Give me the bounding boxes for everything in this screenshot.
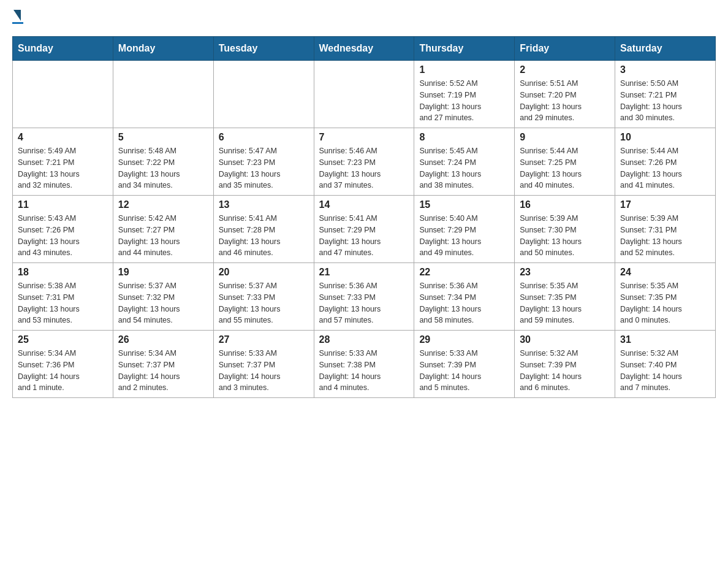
day-info: Sunrise: 5:39 AM Sunset: 7:31 PM Dayligh…	[620, 213, 710, 259]
logo	[12, 12, 23, 24]
day-info: Sunrise: 5:35 AM Sunset: 7:35 PM Dayligh…	[520, 280, 610, 326]
day-info: Sunrise: 5:47 AM Sunset: 7:23 PM Dayligh…	[219, 145, 309, 191]
day-info: Sunrise: 5:35 AM Sunset: 7:35 PM Dayligh…	[620, 280, 710, 326]
day-number: 1	[419, 64, 509, 75]
calendar-cell: 25Sunrise: 5:34 AM Sunset: 7:36 PM Dayli…	[13, 331, 113, 398]
calendar-cell: 8Sunrise: 5:45 AM Sunset: 7:24 PM Daylig…	[414, 128, 515, 196]
day-info: Sunrise: 5:34 AM Sunset: 7:37 PM Dayligh…	[118, 348, 208, 394]
calendar-cell	[113, 61, 213, 128]
day-number: 29	[419, 334, 509, 345]
day-number: 3	[620, 64, 710, 75]
calendar-cell: 1Sunrise: 5:52 AM Sunset: 7:19 PM Daylig…	[414, 61, 515, 128]
calendar-cell: 28Sunrise: 5:33 AM Sunset: 7:38 PM Dayli…	[314, 331, 414, 398]
day-number: 22	[419, 267, 509, 278]
day-info: Sunrise: 5:33 AM Sunset: 7:38 PM Dayligh…	[319, 348, 409, 394]
calendar-cell: 16Sunrise: 5:39 AM Sunset: 7:30 PM Dayli…	[515, 196, 615, 263]
calendar-week-row: 11Sunrise: 5:43 AM Sunset: 7:26 PM Dayli…	[13, 196, 716, 263]
day-info: Sunrise: 5:36 AM Sunset: 7:33 PM Dayligh…	[319, 280, 409, 326]
day-number: 31	[620, 334, 710, 345]
header-tuesday: Tuesday	[213, 37, 314, 61]
calendar-week-row: 25Sunrise: 5:34 AM Sunset: 7:36 PM Dayli…	[13, 331, 716, 398]
calendar-cell: 14Sunrise: 5:41 AM Sunset: 7:29 PM Dayli…	[314, 196, 414, 263]
calendar-cell: 31Sunrise: 5:32 AM Sunset: 7:40 PM Dayli…	[615, 331, 716, 398]
day-number: 6	[219, 132, 309, 143]
calendar-cell: 24Sunrise: 5:35 AM Sunset: 7:35 PM Dayli…	[615, 263, 716, 331]
day-info: Sunrise: 5:49 AM Sunset: 7:21 PM Dayligh…	[18, 145, 108, 191]
calendar-cell: 17Sunrise: 5:39 AM Sunset: 7:31 PM Dayli…	[615, 196, 716, 263]
header-saturday: Saturday	[615, 37, 716, 61]
day-info: Sunrise: 5:39 AM Sunset: 7:30 PM Dayligh…	[520, 213, 610, 259]
header-monday: Monday	[113, 37, 213, 61]
day-info: Sunrise: 5:42 AM Sunset: 7:27 PM Dayligh…	[118, 213, 208, 259]
header-wednesday: Wednesday	[314, 37, 414, 61]
day-number: 30	[520, 334, 610, 345]
day-number: 9	[520, 132, 610, 143]
calendar-week-row: 4Sunrise: 5:49 AM Sunset: 7:21 PM Daylig…	[13, 128, 716, 196]
day-number: 12	[118, 199, 208, 210]
page-header	[12, 12, 716, 24]
calendar-cell: 7Sunrise: 5:46 AM Sunset: 7:23 PM Daylig…	[314, 128, 414, 196]
header-friday: Friday	[515, 37, 615, 61]
day-number: 23	[520, 267, 610, 278]
day-number: 13	[219, 199, 309, 210]
calendar-header-row: Sunday Monday Tuesday Wednesday Thursday…	[13, 37, 716, 61]
calendar-table: Sunday Monday Tuesday Wednesday Thursday…	[12, 36, 716, 398]
calendar-cell: 13Sunrise: 5:41 AM Sunset: 7:28 PM Dayli…	[213, 196, 314, 263]
day-info: Sunrise: 5:32 AM Sunset: 7:39 PM Dayligh…	[520, 348, 610, 394]
calendar-cell: 20Sunrise: 5:37 AM Sunset: 7:33 PM Dayli…	[213, 263, 314, 331]
day-number: 10	[620, 132, 710, 143]
day-info: Sunrise: 5:38 AM Sunset: 7:31 PM Dayligh…	[18, 280, 108, 326]
day-number: 2	[520, 64, 610, 75]
header-thursday: Thursday	[414, 37, 515, 61]
day-number: 11	[18, 199, 108, 210]
day-info: Sunrise: 5:33 AM Sunset: 7:39 PM Dayligh…	[419, 348, 509, 394]
day-number: 28	[319, 334, 409, 345]
day-info: Sunrise: 5:48 AM Sunset: 7:22 PM Dayligh…	[118, 145, 208, 191]
calendar-cell: 12Sunrise: 5:42 AM Sunset: 7:27 PM Dayli…	[113, 196, 213, 263]
day-number: 8	[419, 132, 509, 143]
calendar-cell: 30Sunrise: 5:32 AM Sunset: 7:39 PM Dayli…	[515, 331, 615, 398]
day-number: 4	[18, 132, 108, 143]
day-info: Sunrise: 5:36 AM Sunset: 7:34 PM Dayligh…	[419, 280, 509, 326]
day-number: 27	[219, 334, 309, 345]
day-info: Sunrise: 5:44 AM Sunset: 7:26 PM Dayligh…	[620, 145, 710, 191]
day-number: 17	[620, 199, 710, 210]
day-info: Sunrise: 5:41 AM Sunset: 7:29 PM Dayligh…	[319, 213, 409, 259]
calendar-cell: 9Sunrise: 5:44 AM Sunset: 7:25 PM Daylig…	[515, 128, 615, 196]
calendar-cell: 23Sunrise: 5:35 AM Sunset: 7:35 PM Dayli…	[515, 263, 615, 331]
calendar-cell: 2Sunrise: 5:51 AM Sunset: 7:20 PM Daylig…	[515, 61, 615, 128]
day-number: 18	[18, 267, 108, 278]
calendar-cell: 11Sunrise: 5:43 AM Sunset: 7:26 PM Dayli…	[13, 196, 113, 263]
day-number: 20	[219, 267, 309, 278]
calendar-cell	[13, 61, 113, 128]
calendar-cell: 5Sunrise: 5:48 AM Sunset: 7:22 PM Daylig…	[113, 128, 213, 196]
day-info: Sunrise: 5:46 AM Sunset: 7:23 PM Dayligh…	[319, 145, 409, 191]
day-info: Sunrise: 5:33 AM Sunset: 7:37 PM Dayligh…	[219, 348, 309, 394]
day-number: 14	[319, 199, 409, 210]
day-info: Sunrise: 5:50 AM Sunset: 7:21 PM Dayligh…	[620, 78, 710, 124]
day-info: Sunrise: 5:45 AM Sunset: 7:24 PM Dayligh…	[419, 145, 509, 191]
day-number: 26	[118, 334, 208, 345]
calendar-week-row: 1Sunrise: 5:52 AM Sunset: 7:19 PM Daylig…	[13, 61, 716, 128]
calendar-cell: 10Sunrise: 5:44 AM Sunset: 7:26 PM Dayli…	[615, 128, 716, 196]
day-number: 21	[319, 267, 409, 278]
header-sunday: Sunday	[13, 37, 113, 61]
day-number: 25	[18, 334, 108, 345]
logo-triangle-icon	[13, 10, 21, 21]
day-info: Sunrise: 5:37 AM Sunset: 7:32 PM Dayligh…	[118, 280, 208, 326]
calendar-cell: 29Sunrise: 5:33 AM Sunset: 7:39 PM Dayli…	[414, 331, 515, 398]
day-info: Sunrise: 5:52 AM Sunset: 7:19 PM Dayligh…	[419, 78, 509, 124]
calendar-cell	[213, 61, 314, 128]
calendar-cell: 6Sunrise: 5:47 AM Sunset: 7:23 PM Daylig…	[213, 128, 314, 196]
logo-underline	[12, 22, 23, 24]
day-info: Sunrise: 5:41 AM Sunset: 7:28 PM Dayligh…	[219, 213, 309, 259]
calendar-cell: 19Sunrise: 5:37 AM Sunset: 7:32 PM Dayli…	[113, 263, 213, 331]
calendar-cell: 4Sunrise: 5:49 AM Sunset: 7:21 PM Daylig…	[13, 128, 113, 196]
day-info: Sunrise: 5:37 AM Sunset: 7:33 PM Dayligh…	[219, 280, 309, 326]
calendar-cell	[314, 61, 414, 128]
calendar-week-row: 18Sunrise: 5:38 AM Sunset: 7:31 PM Dayli…	[13, 263, 716, 331]
calendar-cell: 15Sunrise: 5:40 AM Sunset: 7:29 PM Dayli…	[414, 196, 515, 263]
calendar-cell: 3Sunrise: 5:50 AM Sunset: 7:21 PM Daylig…	[615, 61, 716, 128]
day-info: Sunrise: 5:51 AM Sunset: 7:20 PM Dayligh…	[520, 78, 610, 124]
day-info: Sunrise: 5:32 AM Sunset: 7:40 PM Dayligh…	[620, 348, 710, 394]
